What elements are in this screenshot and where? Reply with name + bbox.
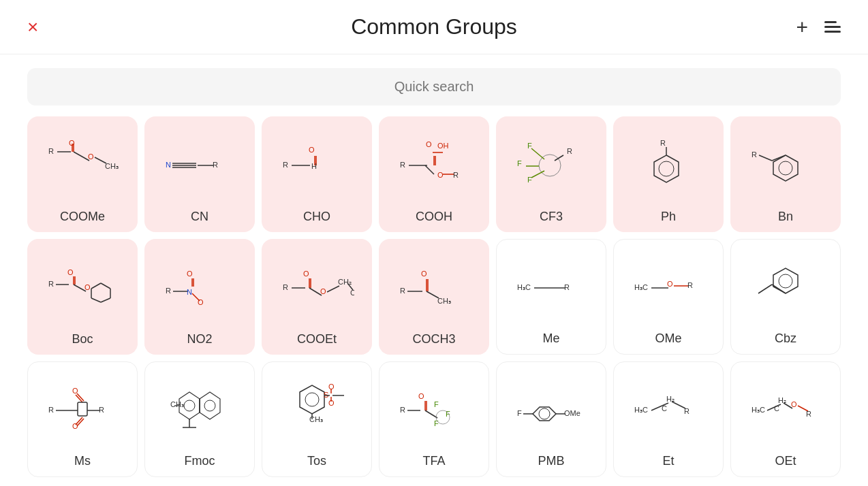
- svg-text:CH₃: CH₃: [437, 297, 451, 305]
- group-card-coome[interactable]: R O O CH₃ COOMe: [27, 116, 138, 232]
- svg-text:R: R: [400, 406, 405, 414]
- svg-text:O: O: [426, 140, 432, 148]
- me-label: Me: [542, 331, 559, 346]
- svg-text:CH₂: CH₂: [338, 278, 352, 286]
- svg-text:R: R: [687, 281, 693, 289]
- group-card-coch3[interactable]: R O CH₃ COCH3: [379, 239, 489, 355]
- group-card-cbz[interactable]: Cbz: [730, 239, 841, 355]
- group-card-ms[interactable]: O O R R Ms: [27, 361, 138, 477]
- pmb-structure: F OMe: [502, 369, 600, 449]
- svg-text:OMe: OMe: [564, 409, 580, 417]
- fmoc-structure: CH₃: [151, 369, 249, 449]
- svg-marker-121: [300, 385, 324, 414]
- boc-structure: R O O: [33, 246, 132, 327]
- list-view-button[interactable]: [824, 21, 841, 33]
- oet-structure: H₃C H₂ C O R: [737, 369, 835, 449]
- svg-line-97: [758, 285, 772, 293]
- svg-line-46: [759, 155, 772, 161]
- group-card-ome[interactable]: H₃C O R OMe: [613, 239, 724, 355]
- svg-line-57: [91, 283, 101, 289]
- cooet-structure: R O O CH₂ CH₃: [267, 246, 367, 327]
- svg-line-37: [531, 148, 544, 159]
- svg-text:R: R: [684, 407, 689, 415]
- svg-text:O: O: [791, 400, 797, 408]
- group-card-no2[interactable]: R N O O NO2: [144, 239, 255, 355]
- ms-structure: O O R R: [33, 369, 131, 449]
- coch3-label: COCH3: [412, 332, 455, 346]
- ome-structure: H₃C O R: [619, 246, 717, 326]
- tfa-structure: R O F F F: [385, 369, 483, 449]
- group-card-cooh[interactable]: OH R O O R COOH: [379, 116, 489, 232]
- bn-structure: R: [736, 123, 835, 204]
- boc-label: Boc: [72, 332, 93, 346]
- svg-line-70: [192, 293, 200, 301]
- svg-point-44: [659, 161, 674, 176]
- svg-text:R: R: [751, 150, 757, 159]
- header: × Common Groups +: [0, 0, 868, 54]
- svg-text:R: R: [567, 147, 572, 155]
- cho-label: CHO: [303, 210, 330, 224]
- ome-label: OMe: [655, 331, 681, 346]
- svg-text:F: F: [434, 419, 439, 427]
- group-card-pmb[interactable]: F OMe PMB: [496, 361, 606, 477]
- search-bar[interactable]: [27, 68, 841, 106]
- tfa-label: TFA: [422, 454, 445, 468]
- cooet-label: COOEt: [297, 332, 337, 346]
- svg-line-58: [101, 283, 110, 289]
- group-card-tfa[interactable]: R O F F F TFA: [379, 361, 489, 477]
- ph-structure: R: [619, 123, 718, 204]
- cooh-structure: OH R O O R: [384, 123, 484, 204]
- group-card-cn[interactable]: N R CN: [144, 116, 255, 232]
- svg-text:O: O: [84, 283, 91, 291]
- svg-point-115: [204, 400, 215, 411]
- no2-structure: R N O O: [150, 246, 249, 327]
- svg-point-113: [184, 400, 195, 411]
- svg-text:O: O: [187, 270, 193, 278]
- svg-text:O: O: [421, 270, 427, 278]
- cbz-label: Cbz: [775, 331, 796, 346]
- svg-text:O: O: [667, 280, 673, 288]
- group-card-tos[interactable]: CH₃ S O O Tos: [262, 361, 372, 477]
- svg-text:R: R: [48, 147, 54, 155]
- group-card-me[interactable]: H₃C R Me: [496, 239, 606, 355]
- group-card-cooet[interactable]: R O O CH₂ CH₃ COOEt: [262, 239, 372, 355]
- search-input[interactable]: [38, 79, 830, 95]
- svg-text:F: F: [527, 176, 532, 184]
- svg-text:O: O: [309, 146, 315, 154]
- svg-text:R: R: [48, 406, 54, 414]
- svg-text:R: R: [453, 171, 459, 179]
- group-card-cf3[interactable]: F R F F CF3: [496, 116, 606, 232]
- svg-line-26: [425, 165, 434, 174]
- group-card-fmoc[interactable]: CH₃ Fmoc: [144, 361, 255, 477]
- group-card-oet[interactable]: H₃C H₂ C O R OEt: [730, 361, 841, 477]
- svg-text:H₃C: H₃C: [517, 283, 531, 291]
- svg-text:H₃C: H₃C: [634, 406, 648, 414]
- svg-text:R: R: [283, 161, 288, 169]
- svg-text:R: R: [400, 287, 405, 295]
- svg-text:H: H: [311, 162, 317, 170]
- svg-text:O: O: [67, 268, 74, 276]
- fmoc-label: Fmoc: [185, 454, 215, 468]
- add-button[interactable]: +: [796, 17, 808, 37]
- cho-structure: R O H: [267, 123, 367, 204]
- svg-line-39: [531, 171, 544, 178]
- groups-grid: R O O CH₃ COOMe N R CN: [0, 116, 868, 477]
- svg-text:N: N: [166, 161, 171, 169]
- svg-marker-114: [200, 392, 220, 419]
- close-button[interactable]: ×: [27, 18, 38, 37]
- group-card-cho[interactable]: R O H CHO: [262, 116, 372, 232]
- tos-label: Tos: [307, 454, 326, 468]
- et-label: Et: [662, 454, 674, 468]
- group-card-ph[interactable]: R Ph: [613, 116, 724, 232]
- svg-marker-43: [654, 155, 679, 182]
- svg-text:R: R: [660, 139, 666, 147]
- svg-text:F: F: [517, 409, 522, 417]
- cn-structure: N R: [150, 123, 249, 204]
- ph-label: Ph: [661, 210, 676, 224]
- group-card-et[interactable]: H₃C H₂ C R Et: [613, 361, 724, 477]
- ms-label: Ms: [74, 454, 91, 468]
- svg-text:C: C: [662, 404, 667, 412]
- oet-label: OEt: [775, 454, 796, 468]
- group-card-boc[interactable]: R O O Boc: [27, 239, 138, 355]
- group-card-bn[interactable]: R Bn: [730, 116, 841, 232]
